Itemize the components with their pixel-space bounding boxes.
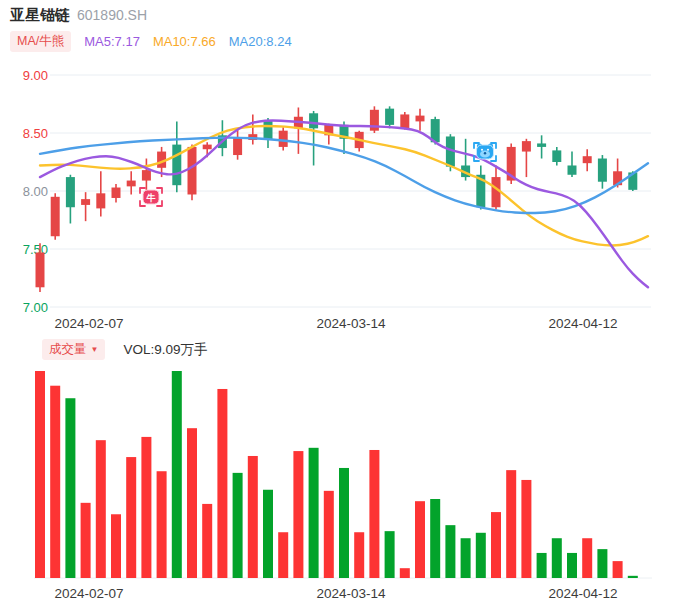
stock-chart-app: 亚星锚链 601890.SH MA/牛熊 MA5:7.17 MA10:7.66 …: [0, 0, 686, 606]
volume-bar: [613, 561, 623, 578]
volume-bar: [81, 503, 91, 578]
volume-bar: [369, 450, 379, 578]
dropdown-arrow-icon: ▼: [91, 345, 99, 354]
volume-bar: [141, 437, 151, 578]
volume-bar: [126, 457, 136, 578]
volume-bar: [324, 491, 334, 578]
candle-body: [309, 113, 318, 128]
volume-bar: [248, 456, 258, 578]
kline-date-label: 2024-04-12: [548, 316, 617, 331]
volume-bar: [172, 371, 182, 578]
candle-body: [537, 143, 546, 146]
volume-bar: [293, 451, 303, 578]
volume-bar: [233, 473, 243, 578]
volume-bar: [400, 568, 410, 578]
volume-bar: [157, 471, 167, 578]
candle-body: [279, 131, 288, 147]
volume-bar: [537, 553, 547, 578]
candle-body: [127, 181, 136, 187]
candle-body: [598, 159, 607, 182]
bull-glyph: 牛: [146, 193, 156, 203]
candle-body: [96, 193, 105, 208]
volume-bar: [263, 490, 273, 578]
volume-bar: [521, 480, 531, 578]
volume-bar: [491, 512, 501, 578]
volume-bar: [445, 525, 455, 578]
volume-bar: [461, 538, 471, 578]
volume-header-row: 成交量 ▼ VOL:9.09万手: [42, 339, 207, 360]
volume-bar: [506, 470, 516, 578]
candle-body: [203, 145, 212, 150]
candle-body: [172, 145, 181, 186]
volume-date-label: 2024-03-14: [316, 586, 386, 601]
candle-body: [385, 109, 394, 125]
volume-bar: [65, 398, 75, 578]
bear-nose-icon: [484, 152, 486, 154]
candle-body: [400, 114, 409, 128]
kline-date-label: 2024-02-07: [54, 316, 123, 331]
volume-bar: [339, 468, 349, 578]
bear-eye-icon: [487, 149, 489, 151]
candle-body: [66, 177, 75, 207]
price-tick-label: 7.00: [23, 300, 48, 315]
volume-indicator-selector[interactable]: 成交量 ▼: [42, 339, 105, 360]
volume-bar: [597, 549, 607, 578]
candle-body: [416, 116, 425, 122]
volume-bar: [476, 533, 486, 578]
candle-body: [142, 170, 151, 180]
volume-date-label: 2024-04-12: [548, 586, 617, 601]
kline-date-label: 2024-03-14: [316, 316, 386, 331]
price-tick-label: 9.00: [23, 68, 48, 83]
volume-selector-label: 成交量: [49, 341, 87, 358]
candle-body: [492, 177, 501, 207]
volume-bar: [309, 448, 319, 578]
kline-and-volume-chart[interactable]: 9.008.508.007.507.00牛2024-02-072024-03-1…: [0, 0, 686, 606]
candle-body: [583, 156, 592, 163]
volume-bar: [278, 532, 288, 578]
volume-bar: [217, 389, 227, 578]
volume-date-label: 2024-02-07: [54, 586, 123, 601]
candle-body: [112, 188, 121, 198]
candle-body: [81, 199, 90, 205]
candle-body: [568, 165, 577, 174]
volume-bar: [354, 532, 364, 578]
bear-eye-icon: [481, 149, 483, 151]
candle-body: [522, 141, 531, 151]
candle-body: [188, 147, 197, 195]
volume-bar: [567, 553, 577, 578]
volume-bar: [582, 538, 592, 578]
candle-body: [233, 138, 242, 155]
candle-body: [264, 120, 273, 140]
volume-value-label: VOL:9.09万手: [123, 341, 207, 359]
candle-body: [552, 150, 561, 162]
volume-bar: [35, 371, 45, 578]
volume-bar: [187, 428, 197, 578]
volume-bar: [96, 440, 106, 578]
volume-bar: [50, 386, 60, 578]
volume-bar: [552, 538, 562, 578]
volume-bar: [202, 504, 212, 578]
volume-bar: [430, 499, 440, 578]
volume-bar: [111, 514, 121, 578]
price-tick-label: 8.00: [23, 184, 48, 199]
volume-bar: [628, 576, 638, 578]
volume-bar: [385, 531, 395, 578]
volume-bar: [415, 501, 425, 578]
candle-body: [51, 197, 60, 236]
candle-body: [36, 252, 45, 287]
price-tick-label: 8.50: [23, 126, 48, 141]
